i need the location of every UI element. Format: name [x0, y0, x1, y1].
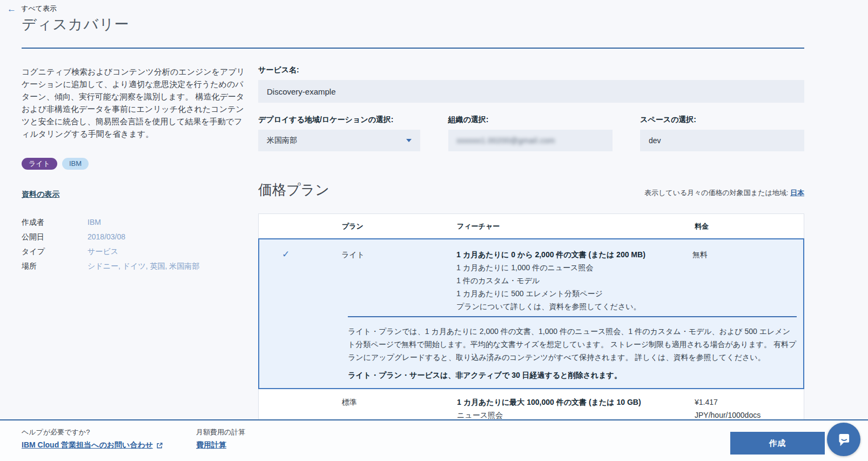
chevron-down-icon — [406, 139, 412, 142]
action-footer: ヘルプが必要ですか? IBM Cloud 営業担当へのお問い合わせ 月額費用の計… — [0, 419, 868, 461]
cost-block: 月額費用の計算 費用計算 — [196, 427, 245, 450]
cost-calculator-link[interactable]: 費用計算 — [196, 440, 245, 450]
catalog-create-page: ← すべて表示 ディスカバリー コグニティブ検索およびコンテンツ分析のエンジンを… — [0, 0, 868, 461]
meta-row-type: タイプ サービス — [22, 244, 250, 259]
help-block: ヘルプが必要ですか? IBM Cloud 営業担当へのお問い合わせ — [22, 427, 163, 450]
organization-value-redacted: xxxxxx1.00200@gmail.com — [457, 136, 555, 145]
space-field: スペースの選択: dev — [640, 115, 804, 151]
space-select[interactable]: dev — [640, 130, 804, 151]
plan-name: ライト — [341, 248, 456, 313]
service-name-label: サービス名: — [258, 65, 804, 75]
header-plan-col: プラン — [342, 222, 457, 231]
feature-line: 1 件のカスタム・モデル — [456, 274, 692, 287]
service-description: コグニティブ検索およびコンテンツ分析のエンジンをアプリケーションに追加して、より… — [22, 65, 250, 140]
view-docs-link[interactable]: 資料の表示 — [22, 190, 59, 199]
contact-sales-label: IBM Cloud 営業担当へのお問い合わせ — [22, 440, 153, 450]
pricing-title: 価格プラン — [258, 181, 329, 199]
plan-table-header: プラン フィーチャー 料金 — [259, 214, 804, 238]
meta-label: 作成者 — [22, 215, 88, 230]
organization-field: 組織の選択: xxxxxx1.00200@gmail.com — [448, 115, 613, 151]
space-value: dev — [649, 136, 661, 145]
plan-row-light-grid: ✓ ライト 1 カ月あたりに 0 から 2,000 件の文書 (または 200 … — [259, 248, 803, 313]
meta-value: 2018/03/08 — [88, 230, 125, 244]
region-label: デプロイする地域/ロケーションの選択: — [258, 115, 420, 125]
pricing-section-header: 価格プラン 表示している月々の価格の対象国または地域: 日本 — [258, 181, 804, 199]
title-divider — [22, 48, 804, 49]
back-arrow-icon: ← — [7, 4, 16, 14]
chat-button[interactable] — [827, 423, 860, 456]
chat-bubble-icon — [835, 430, 853, 449]
meta-value: シドニー, ドイツ, 英国, 米国南部 — [88, 259, 199, 273]
organization-label: 組織の選択: — [448, 115, 613, 125]
plan-detail-note: ライト・プラン・サービスは、非アクティブで 30 日経過すると削除されます。 — [348, 369, 797, 382]
service-overview-panel: コグニティブ検索およびコンテンツ分析のエンジンをアプリケーションに追加して、より… — [22, 65, 250, 273]
cost-label: 月額費用の計算 — [196, 427, 245, 437]
meta-label: 公開日 — [22, 230, 88, 244]
cost-calculator-label: 費用計算 — [196, 440, 226, 450]
plan-price: 無料 — [692, 248, 803, 313]
plan-row-light[interactable]: ✓ ライト 1 カ月あたりに 0 から 2,000 件の文書 (または 200 … — [258, 238, 804, 389]
help-label: ヘルプが必要ですか? — [22, 427, 163, 437]
pricing-region-note-text: 表示している月々の価格の対象国または地域: — [644, 189, 788, 197]
feature-line: 1 カ月あたりに 500 エレメント分類ページ — [456, 287, 692, 300]
provider-badge-ibm: IBM — [62, 158, 89, 170]
create-form-panel: サービス名: デプロイする地域/ロケーションの選択: 米国南部 組織の選択: x… — [258, 65, 804, 461]
plan-detail-text: ライト・プランでは、1 カ月あたりに 2,000 件の文書、1,000 件のニュ… — [348, 325, 797, 364]
plan-badge-light: ライト — [22, 158, 57, 170]
region-field: デプロイする地域/ロケーションの選択: 米国南部 — [258, 115, 420, 151]
meta-label: 場所 — [22, 259, 88, 273]
page-title: ディスカバリー — [22, 15, 130, 34]
external-link-icon — [156, 442, 163, 449]
plan-detail-block: ライト・プランでは、1 カ月あたりに 2,000 件の文書、1,000 件のニュ… — [348, 316, 797, 382]
feature-line: プランについて詳しくは、資料を参照してください。 — [456, 300, 692, 313]
meta-row-location: 場所 シドニー, ドイツ, 英国, 米国南部 — [22, 259, 250, 273]
pricing-region-link[interactable]: 日本 — [790, 189, 804, 197]
price-line: ¥1.417 — [695, 396, 804, 409]
pricing-region-note: 表示している月々の価格の対象国または地域: 日本 — [644, 188, 804, 199]
feature-line: 1 カ月あたりに 1,000 件のニュース照会 — [456, 261, 692, 274]
back-label: すべて表示 — [21, 4, 57, 14]
header-features-col: フィーチャー — [457, 222, 695, 231]
meta-label: タイプ — [22, 244, 88, 259]
contact-sales-link[interactable]: IBM Cloud 営業担当へのお問い合わせ — [22, 440, 163, 450]
badge-row: ライト IBM — [22, 158, 250, 170]
region-select[interactable]: 米国南部 — [258, 130, 420, 151]
plan-features: 1 カ月あたりに 0 から 2,000 件の文書 (または 200 MB) 1 … — [456, 248, 692, 313]
meta-row-published: 公開日 2018/03/08 — [22, 230, 250, 244]
organization-select[interactable]: xxxxxx1.00200@gmail.com — [448, 130, 613, 151]
feature-line: 1 カ月あたりに 0 から 2,000 件の文書 (または 200 MB) — [456, 248, 692, 261]
meta-row-author: 作成者 IBM — [22, 215, 250, 230]
meta-value: IBM — [88, 215, 101, 230]
selected-check-icon: ✓ — [259, 248, 341, 313]
region-value: 米国南部 — [267, 136, 297, 145]
service-name-input[interactable] — [258, 80, 804, 103]
feature-line: 1 カ月あたりに最大 100,000 件の文書 (または 10 GB) — [457, 396, 695, 409]
deployment-fields-row: デプロイする地域/ロケーションの選択: 米国南部 組織の選択: xxxxxx1.… — [258, 115, 804, 151]
header-price-col: 料金 — [695, 222, 804, 231]
service-metadata: 作成者 IBM 公開日 2018/03/08 タイプ サービス 場所 シドニー,… — [22, 215, 250, 273]
create-button[interactable]: 作成 — [730, 432, 825, 455]
space-label: スペースの選択: — [640, 115, 804, 125]
back-to-all-link[interactable]: ← すべて表示 — [7, 4, 57, 14]
meta-value: サービス — [88, 244, 118, 259]
